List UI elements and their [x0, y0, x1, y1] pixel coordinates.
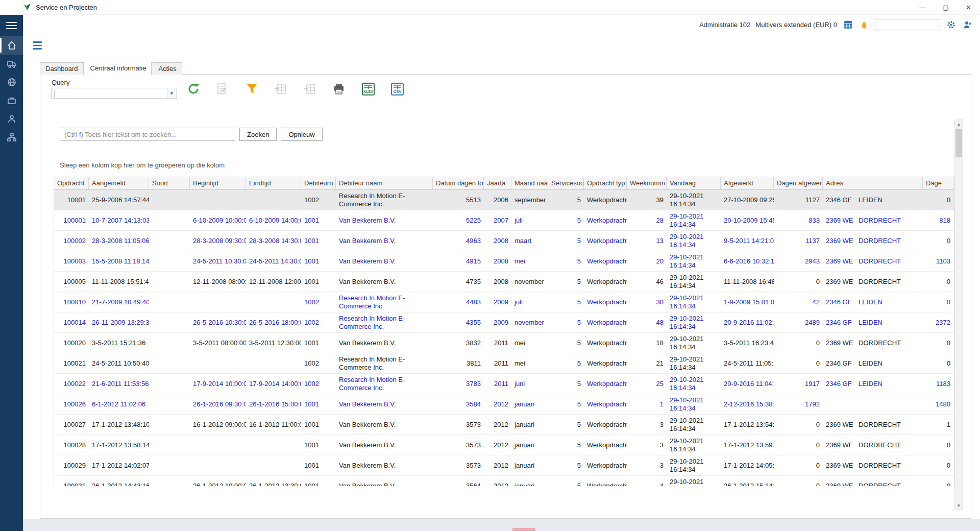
table-row[interactable]: 10000228-3-2008 11:05:0628-3-2008 09:30:…	[54, 231, 954, 251]
grid-cell-jaartal: 2008	[484, 251, 511, 271]
window-titlebar: Service en Projecten — ▢ ✕	[0, 0, 980, 15]
grid-cell-aangemeld: 17-1-2012 14:02:07	[89, 455, 149, 475]
minimize-button[interactable]: —	[911, 0, 934, 15]
table-row[interactable]: 1000125-9-2006 14:57:441002Research In M…	[54, 190, 954, 210]
table-row[interactable]: 10002717-1-2012 13:48:1016-1-2012 09:00:…	[54, 415, 954, 435]
column-header-maand[interactable]: Maand naa	[511, 177, 548, 189]
column-header-adres[interactable]: Adres	[823, 177, 923, 189]
table-row[interactable]: 10003126-1-2012 14:43:1626-1-2012 10:00:…	[54, 476, 954, 486]
grid-cell-opdracht_type: Werkopdracht	[584, 210, 627, 230]
column-header-aangemeld[interactable]: Aangemeld	[89, 177, 149, 189]
grid-cell-maand: januari	[511, 415, 548, 435]
column-header-debiteur_naam[interactable]: Debiteur naam	[336, 177, 433, 189]
column-header-opdracht[interactable]: Opdracht	[54, 177, 89, 189]
settings-gear-icon[interactable]	[945, 19, 957, 30]
sidebar-item-organization[interactable]	[0, 128, 23, 147]
column-header-jaartal[interactable]: Jaarta	[484, 177, 511, 189]
table-row[interactable]: 1000266-1-2012 11:02:0626-1-2016 09:30:0…	[54, 394, 954, 415]
close-button[interactable]: ✕	[957, 0, 980, 15]
grid-cell-afgewerkt: 20-9-2016 11:04:26	[721, 374, 774, 394]
tab-acties[interactable]: Acties	[153, 62, 182, 75]
grid-cell-aangemeld: 28-3-2008 11:05:06	[89, 231, 149, 251]
grid-cell-servicesoort: 5	[548, 272, 584, 292]
calculator-icon[interactable]	[842, 19, 853, 30]
column-header-datum_dagen_tot[interactable]: Datum dagen tot	[433, 177, 484, 189]
refresh-button[interactable]	[186, 82, 201, 96]
table-row[interactable]: 10002817-1-2012 13:58:141001Van Bekkerem…	[54, 435, 954, 455]
grid-cell-aangemeld: 3-5-2011 15:21:36	[89, 333, 149, 353]
filter-button[interactable]	[244, 82, 259, 96]
grid-cell-opdracht_type: Werkopdracht	[584, 455, 627, 475]
table-row[interactable]: 10002221-6-2011 11:53:5617-9-2014 10:00:…	[54, 374, 954, 394]
grid-cell-debiteur_naam: Research In Motion E-Commerce Inc.	[336, 190, 433, 210]
column-header-debiteurnr[interactable]: Debiteurn	[301, 177, 336, 189]
grid-cell-opdracht_type: Werkopdracht	[584, 190, 627, 210]
add-user-icon[interactable]	[962, 19, 973, 30]
sidebar-item-projects[interactable]	[0, 91, 23, 110]
grid-cell-vandaag: 29-10-2021 16:14:34	[667, 374, 721, 394]
grid-cell-servicesoort: 5	[548, 231, 584, 251]
column-header-afgewerkt[interactable]: Afgewerkt	[721, 177, 774, 189]
grid-cell-servicesoort: 5	[548, 476, 584, 486]
table-row[interactable]: 10000511-11-2008 15:51:4512-11-2008 08:0…	[54, 272, 954, 292]
chevron-down-icon[interactable]: ▼	[167, 89, 176, 98]
table-row[interactable]: 10001426-11-2009 13:29:3926-5-2016 10:30…	[54, 312, 954, 333]
scrollbar-thumb[interactable]	[955, 129, 962, 157]
column-header-weeknummer[interactable]: Weeknumm	[627, 177, 667, 189]
table-row[interactable]: 1000203-5-2011 15:21:363-5-2011 08:00:00…	[54, 333, 954, 353]
grid-cell-adres: 2369 WEDORDRECHT	[823, 251, 923, 271]
grid-cell-begintijd: 17-9-2014 10:00:00	[190, 374, 246, 394]
grid-cell-maand: januari	[511, 435, 548, 455]
opnieuw-button[interactable]: Opnieuw	[281, 128, 322, 141]
grid-cell-maand: mei	[511, 333, 548, 353]
sidebar-item-relations[interactable]	[0, 110, 23, 128]
grid-cell-eindtijd: 26-1-2012 13:30:00	[246, 476, 301, 486]
column-header-vandaag[interactable]: Vandaag	[667, 177, 721, 189]
table-row[interactable]: 10001021-7-2009 10:49:401002Research In …	[54, 292, 954, 312]
table-row[interactable]: 10002124-5-2011 10:50:401002Research In …	[54, 353, 954, 374]
grid-cell-weeknummer: 28	[627, 210, 667, 230]
vertical-scrollbar[interactable]: ▲ ▼	[954, 119, 963, 510]
column-header-opdracht_type[interactable]: Opdracht typ	[584, 177, 627, 189]
content-menu-button[interactable]	[33, 41, 42, 50]
grid-cell-vandaag: 29-10-2021 16:14:34	[667, 394, 721, 414]
tab-dashboard[interactable]: Dashboard	[40, 62, 84, 75]
grid-cell-dagen2: 0	[923, 292, 953, 312]
column-header-soort[interactable]: Soort	[149, 177, 190, 189]
grid-search-input[interactable]	[60, 128, 235, 141]
tab-centraal-informatie[interactable]: Centraal informatie	[85, 62, 152, 75]
sidebar-item-transport[interactable]	[0, 55, 23, 73]
grid-cell-soort	[149, 374, 190, 394]
column-header-begintijd[interactable]: Begintijd	[190, 177, 246, 189]
grid-cell-aangemeld: 6-1-2012 11:02:06	[89, 394, 149, 414]
column-header-eindtijd[interactable]: Eindtijd	[246, 177, 301, 189]
export-csv-button[interactable]: CSV	[390, 82, 404, 96]
column-header-dagen2[interactable]: Dage	[923, 177, 953, 189]
grid-cell-vandaag: 29-10-2021 16:14:34	[667, 251, 721, 271]
notifications-bell-icon[interactable]	[859, 19, 870, 30]
grid-cell-opdracht_type: Werkopdracht	[584, 292, 627, 312]
query-combobox[interactable]: ▼	[52, 88, 177, 99]
zoeken-button[interactable]: Zoeken	[239, 128, 277, 141]
grid-cell-vandaag: 29-10-2021 16:14:34	[667, 455, 721, 475]
sidebar-item-home[interactable]	[0, 36, 23, 55]
xlsx-label: XLSX	[363, 89, 373, 94]
table-row[interactable]: 10002917-1-2012 14:02:071001Van Bekkerem…	[54, 455, 954, 476]
table-row[interactable]: 10000315-5-2008 11:18:1424-5-2011 10:30:…	[54, 251, 954, 272]
taskbar-artifact	[512, 528, 535, 531]
column-header-dagen_afgewerkt[interactable]: Dagen afgewer	[774, 177, 823, 189]
sidebar-item-world[interactable]	[0, 73, 23, 91]
scroll-up-icon[interactable]: ▲	[955, 120, 963, 128]
scroll-down-icon[interactable]: ▼	[955, 501, 963, 510]
global-search-input[interactable]	[875, 19, 940, 30]
grid-cell-dagen_afgewerkt: 0	[774, 353, 823, 373]
grid-cell-debiteurnr: 1002	[301, 374, 336, 394]
print-button[interactable]	[332, 82, 346, 96]
sidebar-menu-button[interactable]	[0, 15, 23, 36]
export-xlsx-button[interactable]: XLSX	[361, 82, 375, 96]
grid-cell-servicesoort: 5	[548, 353, 584, 373]
column-header-servicesoort[interactable]: Servicesoor	[548, 177, 584, 189]
maximize-button[interactable]: ▢	[934, 0, 957, 15]
table-row[interactable]: 10000110-7-2007 14:13:036-10-2009 10:00:…	[54, 210, 954, 231]
grid-cell-afgewerkt: 17-1-2012 13:59:11	[721, 435, 774, 455]
